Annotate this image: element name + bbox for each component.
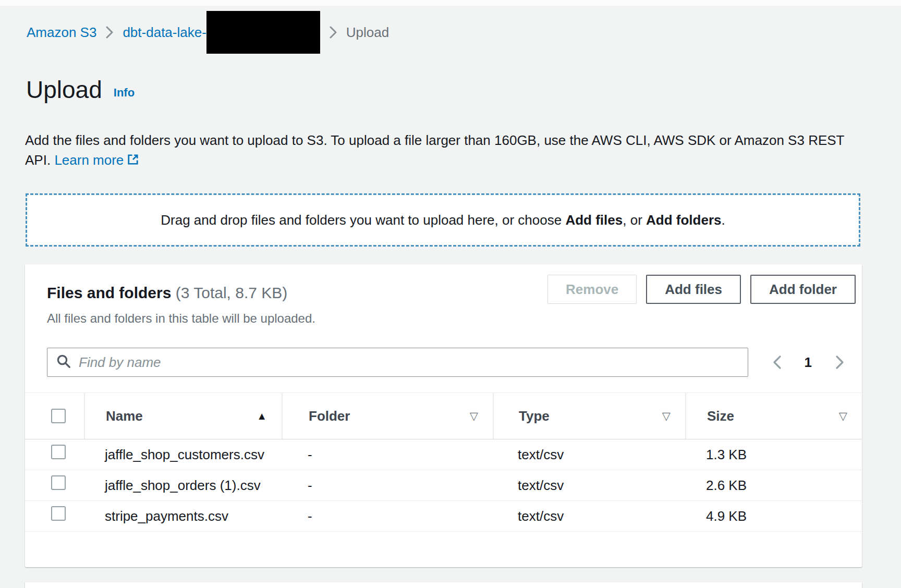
cell-size: 1.3 KB [685,439,862,470]
chevron-right-icon[interactable] [835,354,844,370]
remove-button[interactable]: Remove [547,275,637,304]
chevron-right-icon [330,26,337,39]
cell-type: text/csv [493,439,685,470]
table-header-row: Name ▲ Folder ▽ Type ▽ Size ▽ [25,393,862,439]
info-link[interactable]: Info [114,86,135,100]
panel-subtitle: All files and folders in this table will… [47,311,315,326]
cell-name: jaffle_shop_orders (1).csv [84,470,282,500]
breadcrumb-bucket-label[interactable]: dbt-data-lake- [123,24,206,41]
breadcrumb-amazon-s3[interactable]: Amazon S3 [27,24,96,41]
files-table: Name ▲ Folder ▽ Type ▽ Size ▽ jaffle_sho… [25,393,862,532]
breadcrumb: Amazon S3 dbt-data-lake- Upload [27,10,389,54]
description-text: Add the files and folders you want to up… [25,132,844,168]
table-row[interactable]: jaffle_shop_orders (1).csv - text/csv 2.… [25,470,862,501]
column-header-name[interactable]: Name ▲ [84,393,282,439]
row-checkbox[interactable] [51,445,66,459]
sort-indicator-icon[interactable]: ▽ [662,410,671,422]
add-files-button[interactable]: Add files [646,275,741,304]
panel-title: Files and folders [47,284,171,301]
cell-size: 4.9 KB [685,501,862,531]
sort-ascending-icon[interactable]: ▲ [257,410,267,422]
learn-more-link[interactable]: Learn more [54,152,139,168]
column-header-folder[interactable]: Folder ▽ [282,393,493,439]
row-select-cell [25,439,84,470]
cell-folder: - [282,470,493,500]
sort-indicator-icon[interactable]: ▽ [839,410,847,422]
row-checkbox[interactable] [51,506,66,521]
files-and-folders-panel: Files and folders (3 Total, 8.7 KB) All … [25,264,862,567]
drag-and-drop-zone[interactable]: Drag and drop files and folders you want… [26,193,860,247]
cell-type: text/csv [493,501,685,531]
search-box [47,348,748,377]
top-strip [0,0,901,7]
redacted-bucket-suffix [206,11,320,54]
cell-type: text/csv [493,470,685,500]
current-page-number[interactable]: 1 [805,354,812,371]
cell-folder: - [282,501,493,531]
cell-size: 2.6 KB [685,470,862,500]
page-title: Upload [26,75,102,104]
table-row[interactable]: stripe_payments.csv - text/csv 4.9 KB [25,501,862,532]
sort-indicator-icon[interactable]: ▽ [470,410,478,422]
chevron-left-icon[interactable] [772,354,782,370]
cell-name: stripe_payments.csv [84,501,282,531]
panel-summary-count: (3 Total, 8.7 KB) [176,284,288,301]
page-description: Add the files and folders you want to up… [25,130,859,171]
next-section-card-edge [25,582,862,588]
column-header-size[interactable]: Size ▽ [685,393,862,439]
column-header-type[interactable]: Type ▽ [493,393,685,439]
select-all-cell [25,393,84,439]
panel-actions: Remove Add files Add folder [547,275,856,304]
select-all-checkbox[interactable] [51,409,66,423]
row-checkbox[interactable] [51,475,66,490]
search-input[interactable] [71,348,748,376]
add-folder-button[interactable]: Add folder [750,275,856,304]
pagination: 1 [772,348,844,377]
breadcrumb-current-upload: Upload [346,24,389,41]
dropzone-text: Drag and drop files and folders you want… [161,212,725,228]
breadcrumb-bucket[interactable]: dbt-data-lake- [123,11,320,54]
table-row[interactable]: jaffle_shop_customers.csv - text/csv 1.3… [25,439,862,470]
row-select-cell [25,501,84,531]
cell-folder: - [282,439,493,470]
external-link-icon [127,151,139,171]
search-icon [56,353,71,371]
page-header: Upload Info [26,75,135,104]
panel-title-line: Files and folders (3 Total, 8.7 KB) [47,284,287,302]
cell-name: jaffle_shop_customers.csv [84,439,282,470]
chevron-right-icon [106,26,113,39]
row-select-cell [25,470,84,500]
